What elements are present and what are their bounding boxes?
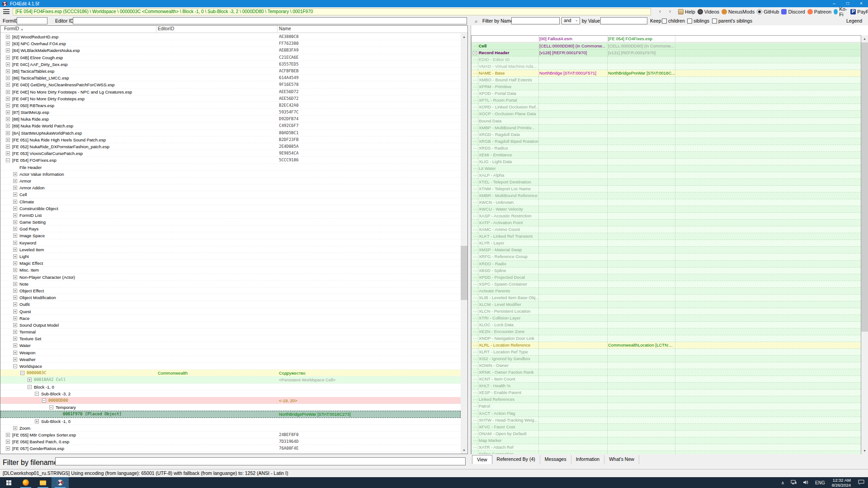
expand-icon[interactable]: +: [13, 310, 17, 314]
tree-row[interactable]: +Constructible Object: [0, 205, 461, 212]
tree-row[interactable]: +[FE 056] Bashed Patch, 0.esp7D31964D: [0, 438, 461, 445]
tree-row[interactable]: +[8A] StartMeUpNukaWorldPatch.esp80AD5BC…: [0, 130, 461, 136]
expand-icon[interactable]: +: [13, 337, 17, 341]
record-row[interactable]: XLYR - Layer: [472, 240, 861, 247]
tree-row[interactable]: +[FE 053] VioxisCollarCursePatch.esp9E98…: [0, 150, 461, 157]
formid-input[interactable]: [17, 17, 47, 24]
filter-by-value-input[interactable]: [600, 17, 647, 24]
name-column-header[interactable]: Name: [279, 26, 291, 31]
expand-icon[interactable]: +: [13, 254, 17, 258]
record-row[interactable]: XRGB - Ragdoll Biped Rotation: [472, 138, 861, 145]
tree-row[interactable]: +[FE 052] NukaRide_DXPornstarFashion_pat…: [0, 143, 461, 150]
record-row[interactable]: Linked References: [472, 396, 861, 403]
tab-information[interactable]: Information: [571, 455, 605, 464]
expand-icon[interactable]: +: [13, 296, 17, 300]
tree-row[interactable]: +Magic Effect: [0, 260, 461, 267]
expand-icon[interactable]: +: [13, 289, 17, 293]
editorid-input[interactable]: [73, 17, 467, 24]
tab-messages[interactable]: Messages: [540, 455, 571, 464]
tree-row[interactable]: −Sub-Block -3, 2: [0, 390, 461, 397]
expand-icon[interactable]: +: [6, 56, 10, 60]
expand-icon[interactable]: +: [13, 268, 17, 272]
record-row[interactable]: NAME - BaseNorthBridge [STAT:0001F571]No…: [472, 70, 861, 77]
tree-row[interactable]: +FormID List: [0, 212, 461, 219]
expand-icon[interactable]: +: [13, 426, 17, 430]
taskbar-clock[interactable]: 12:32 AM 8/26/2024: [832, 478, 851, 488]
tree-row[interactable]: +Water: [0, 342, 461, 349]
filter-pin-icon[interactable]: [475, 18, 480, 23]
record-row[interactable]: +Record Header[v128] [REFR:0001F970][v13…: [472, 50, 861, 56]
expand-icon[interactable]: +: [13, 261, 17, 265]
collapse-icon[interactable]: −: [13, 364, 17, 368]
tree-row[interactable]: +Terminal: [0, 328, 461, 335]
link-ko-fi[interactable]: Ko-Fi: [834, 6, 848, 17]
tree-row[interactable]: +Object Effect: [0, 287, 461, 294]
expand-icon[interactable]: +: [6, 83, 10, 87]
tree-row[interactable]: +Outfit: [0, 301, 461, 308]
expand-icon[interactable]: +: [13, 241, 17, 245]
expand-icon[interactable]: +: [6, 145, 10, 149]
record-row[interactable]: ONAM - Open by Default: [472, 431, 861, 437]
expand-icon[interactable]: +: [6, 62, 10, 66]
tab-referenced-by-4-[interactable]: Referenced By (4): [492, 455, 540, 464]
record-row[interactable]: Lit Water: [472, 165, 861, 172]
record-row[interactable]: EDID - Editor ID: [472, 56, 861, 63]
tree-row[interactable]: +[86] TacticalTablet_LMCC.esp614A4549: [0, 75, 461, 81]
tree-row[interactable]: +[FE 04B] Elzee Cough.espC21ECA6E: [0, 54, 461, 61]
collapse-icon[interactable]: −: [6, 158, 10, 162]
tree-scrollbar[interactable]: ▲ ▼: [461, 33, 467, 454]
record-row[interactable]: XTEL - Teleport Destination: [472, 179, 861, 186]
tree-row[interactable]: +[FE 051] Nuka Ride High Heels Sound Pat…: [0, 136, 461, 143]
tree-column-headers[interactable]: FormID ▲ EditorID Name: [0, 26, 467, 33]
tree-row[interactable]: +00018AA2 Cell<Persistent Worldspace Cel…: [0, 376, 461, 383]
record-row[interactable]: XAMC - Ammo Count: [472, 226, 861, 233]
record-row[interactable]: XIS2 - Ignored by Sandbox: [472, 356, 861, 362]
filter-by-name-input[interactable]: [511, 17, 560, 24]
record-row[interactable]: XRNK - Owner Faction Rank: [472, 369, 861, 376]
tree-row[interactable]: 0001F970 [Placed Object]NorthBridgePreWa…: [0, 411, 461, 418]
expand-icon[interactable]: +: [13, 330, 17, 334]
record-row[interactable]: XTNM - Teleport Loc Name: [472, 186, 861, 192]
keep-siblings-checkbox[interactable]: [687, 19, 692, 23]
record-row[interactable]: XPDD - Projected Decal: [472, 274, 861, 281]
record-row[interactable]: XBSD - Spline: [472, 267, 861, 274]
record-row[interactable]: XSPC - Spawn Container: [472, 281, 861, 288]
link-nexusmods[interactable]: NexusMods: [722, 9, 755, 14]
formid-column-header[interactable]: FormID ▲: [4, 26, 24, 31]
tree-row[interactable]: +[FE 04D] GetDirty_NoCleanlinessPatchFor…: [0, 81, 461, 88]
tree-row[interactable]: +Note: [0, 281, 461, 287]
tree-row[interactable]: +[89] Nuka Ride World Patch.espC492C6F7: [0, 122, 461, 129]
link-discord[interactable]: Discord: [781, 9, 805, 14]
tree-row[interactable]: +Non-Player Character (Actor): [0, 274, 461, 281]
record-row[interactable]: XEZN - Encounter Zone: [472, 328, 861, 335]
record-row[interactable]: XMBO - Bound Half Extents: [472, 77, 861, 84]
record-row[interactable]: XASP - Acoustic Restriction: [472, 213, 861, 220]
tree-row[interactable]: +[87] StartMeUp.esp59354F7C: [0, 109, 461, 116]
master-column-header[interactable]: [00] Fallout4.esm: [539, 36, 572, 42]
tree-row[interactable]: +Image Space: [0, 232, 461, 239]
volume-icon[interactable]: [803, 480, 809, 486]
tree-row[interactable]: +Light: [0, 253, 461, 260]
record-row[interactable]: XATP - Activation Point: [472, 220, 861, 226]
tree-row[interactable]: +[FE 055] M8r Complex Sorter.esp24BEF8F0: [0, 432, 461, 438]
record-row[interactable]: XLCM - Level Modifier: [472, 301, 861, 308]
link-videos[interactable]: Videos: [698, 9, 719, 14]
tree-row[interactable]: +Climate: [0, 198, 461, 205]
record-row[interactable]: XNDP - Navigation Door Link: [472, 335, 861, 342]
tree-row[interactable]: +[85] TacticalTablet.espACFBFBEB: [0, 68, 461, 75]
start-button[interactable]: [0, 477, 17, 488]
collapse-icon[interactable]: −: [20, 371, 24, 375]
expand-icon[interactable]: +: [6, 446, 10, 450]
record-row[interactable]: Map Marker: [472, 437, 861, 444]
filter-operator-select[interactable]: and: [561, 17, 580, 24]
record-row[interactable]: XLIB - Leveled Item Base Obj...: [472, 295, 861, 301]
tree-row[interactable]: +Armor: [0, 178, 461, 184]
record-row[interactable]: Patrol: [472, 403, 861, 410]
menu-icon[interactable]: [3, 9, 9, 14]
keep-children-checkbox[interactable]: [662, 19, 667, 23]
record-row[interactable]: XPOD - Portal Data: [472, 90, 861, 97]
record-row[interactable]: XCNT - Item Count: [472, 376, 861, 383]
record-row[interactable]: XEMI - Emittance: [472, 152, 861, 159]
record-row[interactable]: XLIG - Light Data: [472, 159, 861, 165]
expand-icon[interactable]: +: [13, 316, 17, 320]
